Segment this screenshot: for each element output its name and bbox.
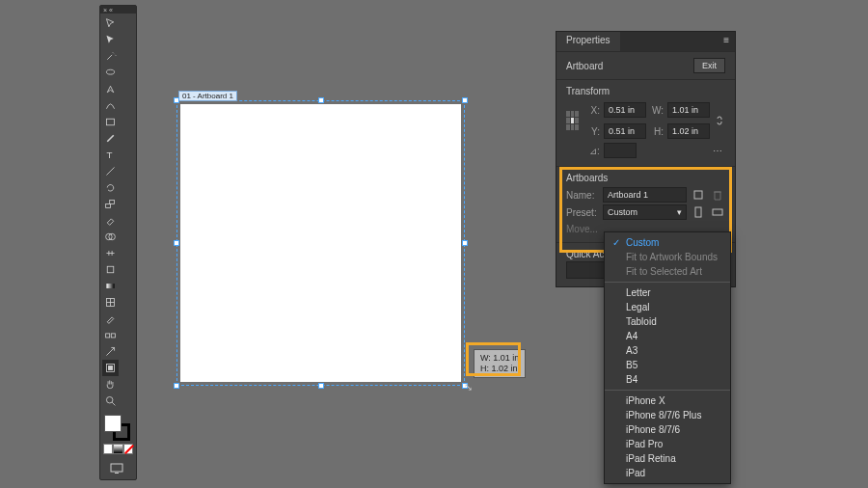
preset-select[interactable]: Custom ▾	[603, 204, 687, 220]
rotate-field[interactable]	[604, 143, 637, 158]
preset-option[interactable]: iPad	[605, 466, 730, 480]
preset-option[interactable]: iPad Pro	[605, 437, 730, 451]
preset-option[interactable]: Tabloid	[605, 314, 730, 329]
rotate-label: ⊿:	[589, 146, 600, 156]
preset-option[interactable]: iPad Retina	[605, 451, 730, 466]
artboard-tool[interactable]	[102, 360, 119, 376]
svg-rect-18	[115, 473, 119, 474]
svg-line-16	[112, 402, 115, 405]
drawmode-none[interactable]	[123, 444, 133, 454]
curvature-tool[interactable]	[102, 97, 119, 114]
dropdown-separator	[605, 390, 730, 391]
panel-menu-icon[interactable]: ≡	[718, 32, 735, 51]
preset-option[interactable]: iPhone 8/7/6	[605, 422, 730, 437]
fill-swatch[interactable]	[104, 415, 122, 432]
svg-rect-12	[111, 334, 115, 338]
reference-point-grid[interactable]	[566, 111, 579, 130]
resize-handle-tr[interactable]	[462, 97, 468, 103]
selection-tool[interactable]	[102, 15, 119, 32]
scale-tool[interactable]	[102, 196, 119, 212]
hand-tool[interactable]	[102, 376, 119, 393]
drawmode-color[interactable]	[103, 444, 113, 454]
tab-properties[interactable]: Properties	[556, 32, 620, 51]
rotate-tool[interactable]	[102, 179, 119, 196]
preset-option[interactable]: Fit to Selected Art	[605, 264, 730, 279]
preset-option[interactable]: Letter	[605, 285, 730, 300]
y-label: Y:	[586, 126, 600, 137]
direct-selection-tool[interactable]	[102, 32, 119, 48]
resize-handle-tm[interactable]	[318, 97, 324, 103]
orientation-portrait-icon[interactable]	[691, 204, 706, 220]
name-label: Name:	[566, 190, 599, 201]
svg-rect-21	[713, 209, 722, 215]
preset-option[interactable]: B4	[605, 372, 730, 387]
preset-option[interactable]: iPhone 8/7/6 Plus	[605, 408, 730, 422]
x-field[interactable]: 0.51 in	[604, 102, 646, 118]
x-label: X:	[586, 105, 600, 116]
size-tip-h: H: 1.02 in	[480, 364, 519, 374]
resize-handle-bm[interactable]	[318, 383, 324, 389]
live-size-tooltip: W: 1.01 in H: 1.02 in	[474, 349, 526, 378]
w-field[interactable]: 1.01 in	[667, 102, 710, 118]
exit-artboard-button[interactable]: Exit	[693, 58, 725, 73]
pen-tool[interactable]	[102, 81, 119, 97]
h-field[interactable]: 1.02 in	[667, 123, 710, 139]
y-field[interactable]: 0.51 in	[604, 123, 646, 139]
resize-handle-ml[interactable]	[174, 240, 179, 246]
resize-handle-mr[interactable]	[462, 240, 468, 246]
line-tool[interactable]	[102, 163, 119, 179]
preset-option[interactable]: Fit to Artwork Bounds	[605, 250, 730, 264]
orientation-landscape-icon[interactable]	[710, 204, 725, 220]
preset-option[interactable]: iPhone X	[605, 393, 730, 408]
svg-rect-4	[106, 204, 111, 208]
svg-rect-1	[106, 119, 114, 125]
mesh-tool[interactable]	[102, 294, 119, 311]
collapse-icon[interactable]: «	[109, 7, 113, 14]
transform-section: Transform X:0.51 in Y:0.51 in W:1.01 in …	[556, 79, 735, 166]
artboard-options-icon[interactable]	[691, 187, 706, 203]
free-transform-tool[interactable]	[102, 261, 119, 278]
tools-panel-header[interactable]: × «	[100, 6, 136, 14]
transform-title: Transform	[566, 86, 725, 96]
svg-rect-8	[107, 266, 114, 273]
artboard-name-input[interactable]: Artboard 1	[603, 187, 687, 203]
svg-rect-20	[695, 207, 701, 217]
h-label: H:	[650, 126, 664, 137]
shapebuilder-tool[interactable]	[102, 229, 119, 245]
more-options-icon[interactable]: ⋯	[710, 143, 725, 158]
paintbrush-tool[interactable]	[102, 130, 119, 147]
artboard-bounding-box[interactable]: 01 - Artboard 1 ⤡	[178, 102, 463, 384]
drawmode-gradient[interactable]	[113, 444, 122, 454]
eyedropper-tool[interactable]	[102, 311, 119, 327]
slice-tool[interactable]	[102, 343, 119, 360]
tools-panel: × « T	[99, 5, 137, 480]
preset-option[interactable]: B5	[605, 358, 730, 372]
resize-handle-br[interactable]	[462, 383, 468, 389]
screen-mode-tool[interactable]	[100, 458, 133, 479]
magic-wand-tool[interactable]	[102, 48, 119, 65]
link-wh-icon[interactable]	[714, 113, 725, 128]
type-tool[interactable]: T	[102, 147, 119, 163]
preset-option[interactable]: Custom	[605, 235, 730, 250]
size-tip-w: W: 1.01 in	[480, 353, 519, 364]
blend-tool[interactable]	[102, 327, 119, 343]
preset-option[interactable]: Legal	[605, 300, 730, 314]
preset-dropdown: CustomFit to Artwork BoundsFit to Select…	[604, 231, 731, 484]
eraser-tool[interactable]	[102, 212, 119, 229]
resize-handle-tl[interactable]	[174, 97, 179, 103]
delete-artboard-icon[interactable]	[710, 187, 725, 203]
preset-option[interactable]: A4	[605, 329, 730, 343]
fill-stroke-swatches[interactable]	[100, 413, 133, 442]
width-tool[interactable]	[102, 245, 119, 261]
artboards-title: Artboards	[566, 173, 725, 183]
rectangle-tool[interactable]	[102, 114, 119, 130]
artboard-label[interactable]: 01 - Artboard 1	[178, 91, 237, 101]
svg-line-3	[106, 167, 114, 175]
gradient-tool[interactable]	[102, 278, 119, 294]
zoom-tool[interactable]	[102, 393, 119, 409]
preset-option[interactable]: A3	[605, 343, 730, 358]
resize-handle-bl[interactable]	[174, 383, 179, 389]
move-artwork-label: Move...	[566, 224, 598, 234]
close-icon[interactable]: ×	[103, 7, 107, 14]
lasso-tool[interactable]	[102, 65, 119, 81]
